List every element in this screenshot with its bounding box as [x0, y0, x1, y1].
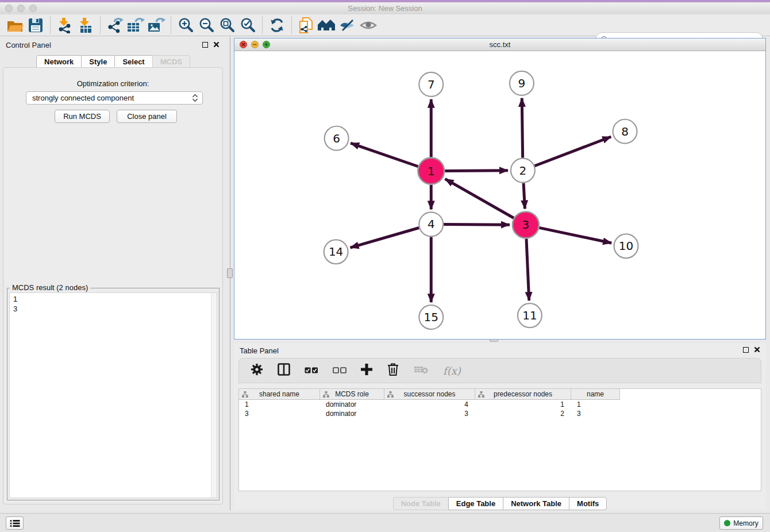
column-header-name[interactable]: name	[571, 389, 620, 400]
column-label: predecessor nodes	[494, 390, 552, 398]
export-network-button[interactable]	[105, 16, 125, 35]
network-close-button[interactable]	[240, 41, 247, 48]
column-header-predecessor-nodes[interactable]: predecessor nodes	[475, 389, 571, 400]
save-session-button[interactable]	[25, 16, 46, 35]
table-cell: 3	[571, 409, 620, 418]
graph-edge-3-11[interactable]	[526, 238, 529, 300]
graph-edge-1-2[interactable]	[445, 171, 508, 171]
table-cell: 3	[384, 409, 475, 418]
graph-edge-2-8[interactable]	[534, 137, 611, 166]
graph-edge-2-3[interactable]	[523, 183, 525, 209]
close-panel-icon[interactable]	[754, 346, 760, 353]
network-minimize-button[interactable]	[251, 41, 259, 48]
zoom-fit-icon	[219, 17, 235, 33]
table-add-column-button[interactable]	[361, 364, 372, 377]
run-mcds-button[interactable]: Run MCDS	[55, 110, 110, 123]
tab-network[interactable]: Network	[36, 55, 82, 68]
table-delete-table-button[interactable]	[414, 365, 429, 376]
graph-edge-3-10[interactable]	[539, 228, 611, 243]
network-maximize-button[interactable]	[263, 41, 270, 48]
mcds-result-area[interactable]: 1 3	[9, 292, 217, 498]
show-all-button[interactable]	[358, 16, 379, 35]
table-cell: 3	[239, 409, 320, 418]
graph-edge-4-3[interactable]	[444, 225, 510, 225]
table-row[interactable]: 3dominator323	[239, 409, 761, 418]
column-header-MCDS-role[interactable]: MCDS role	[320, 389, 384, 400]
function-builder-button[interactable]: f(x)	[443, 365, 461, 377]
close-panel-button[interactable]: Close panel	[117, 110, 177, 123]
table-settings-button[interactable]	[251, 363, 263, 378]
close-window-button[interactable]	[5, 5, 13, 12]
zoom-in-icon	[178, 17, 194, 33]
import-table-button[interactable]	[75, 16, 96, 35]
control-panel-title: Control Panel	[6, 41, 51, 49]
tab-style[interactable]: Style	[81, 55, 115, 68]
graph-edge-2-9[interactable]	[522, 98, 522, 158]
float-panel-icon[interactable]	[202, 42, 208, 48]
zoom-out-button[interactable]	[196, 16, 217, 35]
app-title: Session: New Session	[0, 2, 770, 14]
column-header-shared-name[interactable]: shared name	[239, 389, 320, 400]
open-session-button[interactable]	[5, 16, 25, 35]
close-panel-icon[interactable]	[213, 41, 220, 48]
minimize-window-button[interactable]	[17, 5, 25, 12]
table-deselect-all-button[interactable]	[333, 365, 346, 376]
unchecked-boxes-icon	[333, 367, 346, 373]
network-canvas[interactable]: 7968124314101511	[234, 51, 765, 339]
table-cell: dominator	[320, 400, 384, 409]
export-table-button[interactable]	[125, 16, 146, 35]
main-toolbar	[0, 14, 770, 36]
clone-network-button[interactable]	[296, 16, 317, 35]
graph-node-label: 4	[428, 217, 435, 231]
tab-node-table[interactable]: Node Table	[393, 497, 449, 510]
tab-edge-table[interactable]: Edge Table	[448, 497, 503, 510]
table-cell: 1	[475, 400, 571, 409]
task-history-button[interactable]	[6, 516, 24, 530]
mcds-result-text: 1 3	[13, 294, 17, 314]
status-bar: Memory	[0, 513, 770, 532]
import-network-button[interactable]	[55, 16, 75, 35]
tab-motifs[interactable]: Motifs	[569, 497, 607, 510]
table-delete-column-button[interactable]	[387, 363, 399, 379]
float-panel-icon[interactable]	[743, 347, 749, 353]
memory-button[interactable]: Memory	[719, 516, 763, 530]
tab-network-table[interactable]: Network Table	[503, 497, 569, 510]
node-table: shared nameMCDS rolesuccessor nodesprede…	[238, 388, 761, 491]
memory-status-dot	[724, 520, 730, 526]
column-label: MCDS role	[335, 390, 369, 398]
vertical-splitter-handle[interactable]	[227, 268, 233, 278]
hide-selected-button[interactable]	[337, 16, 358, 35]
table-row[interactable]: 1dominator411	[239, 400, 761, 409]
table-select-all-button[interactable]	[305, 365, 318, 376]
zoom-in-button[interactable]	[175, 16, 196, 35]
network-window-titlebar[interactable]: scc.txt	[234, 38, 765, 51]
export-network-icon	[106, 17, 124, 33]
mcds-home-button[interactable]	[317, 16, 337, 35]
tab-mcds[interactable]: MCDS	[152, 55, 190, 68]
column-label: successor nodes	[403, 390, 455, 398]
memory-label: Memory	[733, 519, 758, 527]
graph-node-label: 7	[428, 78, 435, 91]
graph-node-label: 8	[621, 125, 629, 138]
table-panel-title: Table Panel	[240, 346, 279, 355]
table-cell: 1	[239, 400, 320, 409]
column-label: shared name	[259, 390, 299, 398]
open-folder-icon	[7, 18, 24, 33]
result-scrollbar[interactable]	[211, 293, 217, 498]
refresh-button[interactable]	[267, 16, 287, 35]
graph-edge-4-14[interactable]	[351, 228, 419, 248]
zoom-window-button[interactable]	[29, 5, 37, 12]
export-table-icon	[126, 17, 145, 33]
graph-node-label: 15	[424, 310, 438, 324]
criterion-select[interactable]: strongly connected component	[26, 91, 203, 105]
graph-node-label: 1	[428, 164, 435, 178]
tab-select[interactable]: Select	[114, 55, 152, 68]
table-split-view-button[interactable]	[278, 363, 290, 378]
column-header-successor-nodes[interactable]: successor nodes	[384, 389, 475, 400]
zoom-selected-button[interactable]	[237, 16, 258, 35]
export-image-button[interactable]	[146, 16, 167, 35]
graph-edge-1-6[interactable]	[351, 143, 418, 167]
zoom-fit-button[interactable]	[217, 16, 237, 35]
table-cell: 4	[384, 400, 475, 409]
graph-edge-3-1[interactable]	[445, 179, 514, 218]
